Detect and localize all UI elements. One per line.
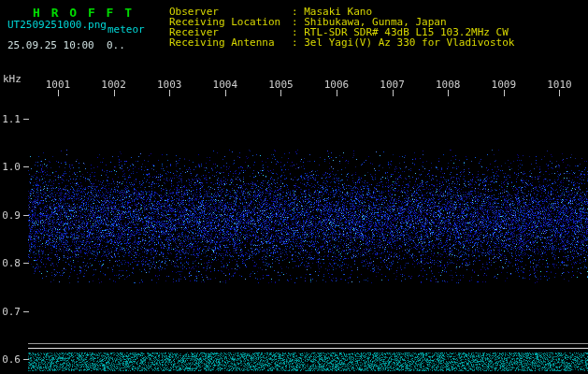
y-axis-unit-label: kHz <box>3 73 22 85</box>
y-tick-label: 0.7 <box>2 306 21 318</box>
hrofft-output: H R O F F T UT2509251000.png meteor 25.0… <box>0 0 588 374</box>
info-label: Receiving Antenna <box>169 37 292 48</box>
x-tick-mark <box>559 90 560 96</box>
x-tick-mark <box>225 90 226 96</box>
x-tick-mark <box>58 90 59 96</box>
y-tick-label: 1.1 <box>2 113 21 125</box>
x-tick-mark <box>114 90 115 96</box>
y-tick-label: 0.8 <box>2 257 21 269</box>
x-tick-mark <box>393 90 394 96</box>
x-tick-mark <box>169 90 170 96</box>
info-row-antenna: Receiving Antenna: 3el Yagi(V) Az 330 fo… <box>169 37 514 48</box>
y-tick-mark <box>23 311 29 312</box>
datetime-line: 25.09.25 10:00 0.. <box>7 39 125 51</box>
y-tick-mark <box>23 359 29 360</box>
y-tick-mark <box>23 119 29 120</box>
x-tick-mark <box>448 90 449 96</box>
station-info: Observer: Masaki Kano Receiving Location… <box>169 7 514 48</box>
spectrogram-canvas <box>0 0 588 374</box>
x-tick-mark <box>280 90 281 96</box>
y-tick-mark <box>23 215 29 216</box>
y-tick-label: 0.9 <box>2 209 21 222</box>
band-label: meteor <box>108 23 145 36</box>
app-title: H R O F F T <box>33 6 134 20</box>
y-tick-label: 0.6 <box>2 353 21 366</box>
output-filename: UT2509251000.png <box>7 19 107 31</box>
info-value: 3el Yagi(V) Az 330 for Vladivostok <box>304 36 514 49</box>
info-separator: : <box>292 36 304 49</box>
x-tick-mark <box>504 90 505 96</box>
x-tick-mark <box>337 90 337 96</box>
y-tick-mark <box>23 166 29 167</box>
y-tick-mark <box>23 263 29 264</box>
y-tick-label: 1.0 <box>2 161 21 173</box>
